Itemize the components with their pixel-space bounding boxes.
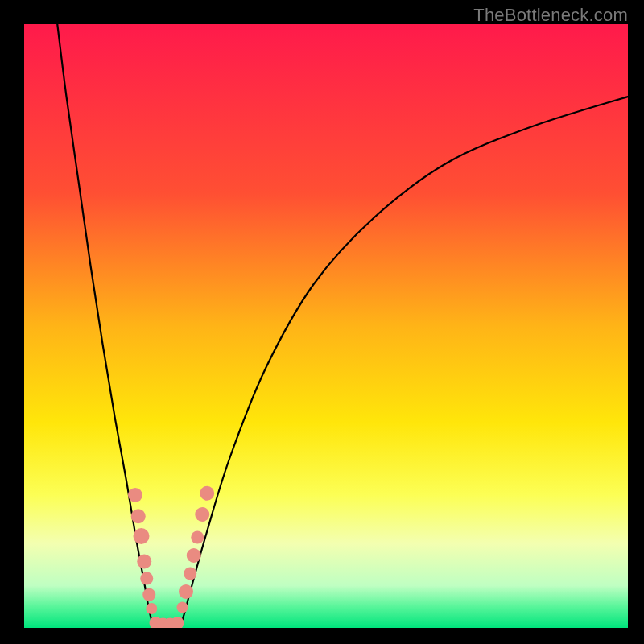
data-marker <box>131 509 146 523</box>
data-marker <box>179 584 193 599</box>
data-marker <box>191 531 204 544</box>
curve-layer <box>24 24 628 628</box>
data-marker <box>146 603 157 614</box>
data-marker <box>187 548 201 563</box>
data-marker <box>195 507 209 522</box>
marker-group <box>128 486 214 628</box>
data-marker <box>200 486 214 501</box>
data-marker <box>128 488 142 502</box>
plot-area <box>24 24 628 628</box>
data-marker <box>137 555 151 569</box>
data-marker <box>142 588 155 601</box>
data-marker <box>140 572 153 585</box>
data-marker <box>177 602 188 613</box>
chart-frame: TheBottleneck.com <box>0 0 644 644</box>
data-marker <box>184 568 196 580</box>
data-marker <box>134 528 150 544</box>
watermark-text: TheBottleneck.com <box>473 5 628 26</box>
